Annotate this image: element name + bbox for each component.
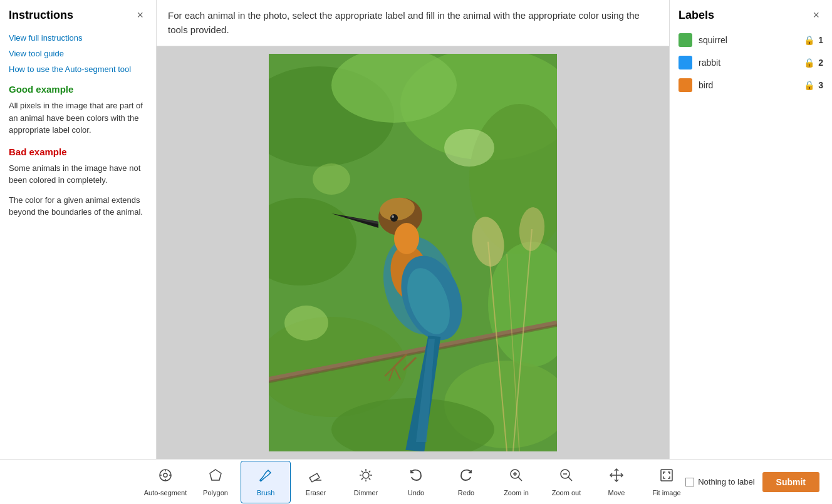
- svg-point-24: [390, 214, 398, 222]
- svg-point-28: [394, 223, 419, 254]
- instruction-text: For each animal in the photo, select the…: [168, 10, 640, 35]
- sidebar-title: Instructions: [9, 9, 73, 22]
- squirrel-count: 1: [818, 35, 823, 45]
- auto-segment-icon: [158, 468, 173, 486]
- svg-line-56: [361, 478, 363, 479]
- svg-point-11: [313, 163, 350, 195]
- rabbit-label: rabbit: [699, 58, 804, 68]
- svg-line-55: [369, 470, 370, 471]
- bird-lock-icon: 🔒: [804, 80, 814, 90]
- squirrel-color: [679, 33, 692, 47]
- polygon-label: Polygon: [203, 489, 228, 496]
- zoom-out-label: Zoom out: [552, 489, 581, 496]
- svg-point-40: [164, 473, 167, 477]
- rabbit-count: 2: [818, 58, 823, 68]
- labels-title: Labels: [679, 9, 714, 22]
- label-item-bird[interactable]: bird 🔒 3: [679, 78, 823, 92]
- label-item-rabbit[interactable]: rabbit 🔒 2: [679, 56, 823, 69]
- view-tool-guide-link[interactable]: View tool guide: [9, 49, 147, 58]
- zoom-out-tool[interactable]: Zoom out: [541, 461, 591, 503]
- move-icon: [609, 468, 624, 486]
- bad-example-text2: The color for a given animal extends bey…: [9, 194, 147, 219]
- eraser-tool[interactable]: Eraser: [291, 461, 341, 503]
- bird-color: [679, 78, 692, 92]
- submit-button[interactable]: Submit: [762, 472, 819, 492]
- bird-count: 3: [818, 80, 823, 90]
- zoom-in-tool[interactable]: Zoom in: [491, 461, 541, 503]
- eraser-icon: [308, 468, 323, 486]
- svg-rect-66: [661, 470, 672, 481]
- eraser-label: Eraser: [306, 489, 326, 496]
- move-label: Move: [608, 489, 625, 496]
- fit-image-label: Fit image: [652, 489, 680, 496]
- brush-tool[interactable]: Brush: [241, 461, 291, 503]
- instructions-sidebar: Instructions × View full instructions Vi…: [0, 0, 157, 459]
- svg-line-54: [369, 478, 370, 479]
- instruction-bar: For each animal in the photo, select the…: [157, 0, 669, 46]
- sidebar-header: Instructions ×: [9, 8, 147, 23]
- canvas-area: For each animal in the photo, select the…: [157, 0, 669, 459]
- svg-line-62: [568, 477, 572, 481]
- nothing-to-label-checkbox[interactable]: [685, 478, 694, 486]
- dimmer-label: Dimmer: [354, 489, 378, 496]
- auto-segment-tool[interactable]: Auto-segment: [140, 461, 190, 503]
- redo-tool[interactable]: Redo: [441, 461, 491, 503]
- svg-line-53: [361, 470, 363, 471]
- rabbit-color: [679, 56, 692, 69]
- labels-header: Labels ×: [679, 8, 823, 23]
- redo-icon: [459, 468, 474, 486]
- label-item-squirrel[interactable]: squirrel 🔒 1: [679, 33, 823, 47]
- rabbit-lock-icon: 🔒: [804, 58, 814, 68]
- brush-icon: [258, 468, 273, 486]
- bottom-toolbar: Auto-segment Polygon Brush Eraser: [0, 459, 832, 504]
- bad-example-title: Bad example: [9, 147, 147, 157]
- good-example-text: All pixels in the image that are part of…: [9, 100, 147, 136]
- labels-panel: Labels × squirrel 🔒 1 rabbit 🔒 2 bird 🔒 …: [669, 0, 832, 459]
- labeling-image[interactable]: [269, 54, 557, 451]
- bird-label: bird: [699, 80, 804, 90]
- view-full-instructions-link[interactable]: View full instructions: [9, 33, 147, 43]
- undo-tool[interactable]: Undo: [391, 461, 441, 503]
- svg-point-10: [444, 129, 494, 167]
- labels-close-button[interactable]: ×: [809, 8, 823, 23]
- redo-label: Redo: [458, 489, 474, 496]
- fit-image-icon: [659, 468, 674, 486]
- nothing-to-label-container: Nothing to label: [685, 477, 754, 486]
- auto-segment-guide-link[interactable]: How to use the Auto-segment tool: [9, 64, 147, 74]
- svg-point-48: [363, 472, 369, 478]
- polygon-tool[interactable]: Polygon: [190, 461, 241, 503]
- zoom-in-icon: [509, 468, 524, 486]
- svg-line-58: [518, 477, 522, 481]
- move-tool[interactable]: Move: [591, 461, 642, 503]
- svg-marker-45: [210, 470, 221, 480]
- svg-rect-46: [309, 473, 320, 482]
- undo-label: Undo: [408, 489, 424, 496]
- svg-point-25: [392, 215, 394, 218]
- fit-image-tool[interactable]: Fit image: [642, 461, 692, 503]
- undo-icon: [408, 468, 424, 486]
- polygon-icon: [208, 468, 223, 486]
- brush-label: Brush: [257, 489, 275, 496]
- zoom-out-icon: [559, 468, 574, 486]
- toolbar-right: Nothing to label Submit: [685, 472, 819, 492]
- bad-example-text1: Some animals in the image have not been …: [9, 162, 147, 187]
- good-example-title: Good example: [9, 84, 147, 95]
- image-container[interactable]: [157, 46, 669, 459]
- sidebar-close-button[interactable]: ×: [133, 8, 147, 23]
- squirrel-lock-icon: 🔒: [804, 35, 814, 45]
- auto-segment-label: Auto-segment: [144, 489, 187, 496]
- nothing-to-label-text: Nothing to label: [698, 477, 754, 486]
- dimmer-icon: [358, 468, 373, 486]
- dimmer-tool[interactable]: Dimmer: [341, 461, 391, 503]
- squirrel-label: squirrel: [699, 35, 804, 45]
- svg-point-12: [284, 306, 328, 341]
- zoom-in-label: Zoom in: [504, 489, 529, 496]
